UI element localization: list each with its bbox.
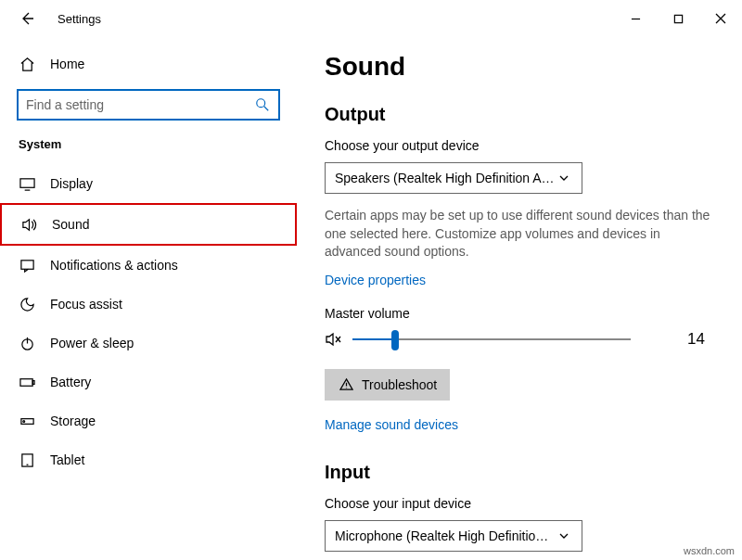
search-field[interactable] <box>26 97 254 112</box>
volume-value: 14 <box>687 330 714 349</box>
sidebar-item-label: Storage <box>50 414 96 428</box>
sidebar-item-label: Display <box>50 176 93 191</box>
page-title: Sound <box>325 52 714 82</box>
sidebar: Home System Display Sound Notifications … <box>0 37 297 560</box>
storage-icon <box>19 413 35 429</box>
output-heading: Output <box>325 104 714 125</box>
section-label: System <box>0 137 297 164</box>
chevron-down-icon <box>556 170 572 186</box>
sidebar-item-display[interactable]: Display <box>0 164 297 203</box>
dropdown-value: Microphone (Realtek High Definitio… <box>335 528 556 543</box>
svg-rect-5 <box>19 378 32 386</box>
sidebar-item-label: Tablet <box>50 452 84 467</box>
sound-icon <box>20 216 37 233</box>
svg-rect-2 <box>19 178 33 186</box>
display-icon <box>19 175 35 192</box>
back-icon[interactable] <box>19 10 35 27</box>
input-heading: Input <box>325 462 714 483</box>
titlebar: Settings <box>0 0 742 37</box>
master-volume-label: Master volume <box>325 306 714 321</box>
focus-assist-icon <box>19 296 35 312</box>
sidebar-item-label: Sound <box>52 217 89 232</box>
dropdown-value: Speakers (Realtek High Definition A… <box>335 171 556 185</box>
battery-icon <box>19 374 35 390</box>
volume-slider[interactable] <box>352 338 631 340</box>
home-icon <box>19 56 35 72</box>
sidebar-item-focus-assist[interactable]: Focus assist <box>0 285 297 324</box>
output-device-label: Choose your output device <box>325 138 714 153</box>
power-icon <box>19 335 35 351</box>
input-device-dropdown[interactable]: Microphone (Realtek High Definitio… <box>325 520 582 552</box>
maximize-button[interactable] <box>657 0 699 37</box>
sidebar-item-label: Battery <box>50 375 91 389</box>
sidebar-item-battery[interactable]: Battery <box>0 363 297 401</box>
manage-sound-devices-link[interactable]: Manage sound devices <box>325 417 458 432</box>
svg-point-1 <box>257 99 265 108</box>
chevron-down-icon <box>556 528 572 544</box>
main-content: Sound Output Choose your output device S… <box>297 37 742 560</box>
sidebar-item-tablet[interactable]: Tablet <box>0 440 297 479</box>
troubleshoot-button[interactable]: Troubleshoot <box>325 369 450 401</box>
watermark: wsxdn.com <box>684 545 735 556</box>
output-device-dropdown[interactable]: Speakers (Realtek High Definition A… <box>325 162 582 194</box>
sidebar-item-label: Notifications & actions <box>50 258 178 273</box>
search-input[interactable] <box>17 89 280 121</box>
close-button[interactable] <box>699 0 742 37</box>
sidebar-item-power-sleep[interactable]: Power & sleep <box>0 324 297 363</box>
sidebar-item-storage[interactable]: Storage <box>0 401 297 440</box>
volume-mute-icon[interactable] <box>325 331 341 348</box>
sidebar-item-notifications[interactable]: Notifications & actions <box>0 246 297 285</box>
sidebar-item-sound[interactable]: Sound <box>0 203 297 246</box>
svg-point-8 <box>22 420 24 422</box>
sidebar-item-label: Focus assist <box>50 297 122 312</box>
troubleshoot-label: Troubleshoot <box>362 377 437 392</box>
notifications-icon <box>19 257 35 274</box>
svg-rect-6 <box>32 380 34 384</box>
output-hint: Certain apps may be set up to use differ… <box>325 207 714 261</box>
svg-rect-0 <box>674 15 682 22</box>
sidebar-item-label: Power & sleep <box>50 336 134 350</box>
home-label: Home <box>50 57 84 71</box>
minimize-button[interactable] <box>614 0 657 37</box>
search-icon <box>254 96 271 113</box>
device-properties-link[interactable]: Device properties <box>325 273 426 287</box>
warning-icon <box>338 376 354 393</box>
tablet-icon <box>19 452 35 468</box>
window-title: Settings <box>58 12 101 26</box>
home-nav[interactable]: Home <box>0 46 297 82</box>
svg-rect-3 <box>20 260 32 268</box>
input-device-label: Choose your input device <box>325 496 714 511</box>
